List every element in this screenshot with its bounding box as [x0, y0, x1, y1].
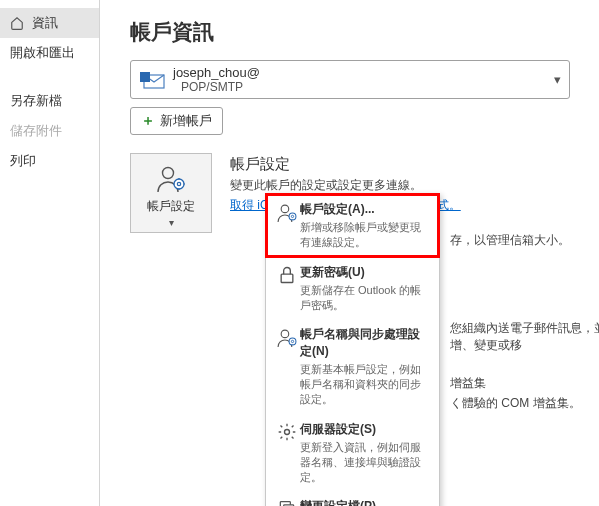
dropdown-desc: 更新儲存在 Outlook 的帳戶密碼。: [300, 283, 431, 313]
dropdown-item-account-settings[interactable]: 帳戶設定(A)... 新增或移除帳戶或變更現有連線設定。: [266, 194, 439, 257]
main-content: 帳戶資訊 joseph_chou@ POP/SMTP ▾ ＋ 新增帳戶 帳戶設定…: [100, 0, 599, 506]
svg-rect-1: [140, 72, 150, 82]
sidebar-item-save-as[interactable]: 另存新檔: [0, 86, 99, 116]
lock-icon: [274, 264, 300, 285]
svg-point-14: [289, 338, 296, 345]
sidebar-label: 資訊: [32, 14, 58, 32]
dropdown-title: 變更設定檔(P): [300, 498, 431, 506]
page-title: 帳戶資訊: [130, 18, 589, 46]
gear-icon: [274, 421, 300, 442]
bg-text-addins-desc: く體驗的 COM 增益集。: [450, 395, 581, 412]
svg-rect-12: [281, 274, 293, 282]
sidebar-item-open-export[interactable]: 開啟和匯出: [0, 38, 99, 68]
bg-text-rules: 您組織內送電子郵件訊息，並讓您在項目新增、變更或移: [450, 320, 599, 354]
dropdown-title: 伺服器設定(S): [300, 421, 431, 438]
mail-icon: [139, 68, 167, 92]
person-gear-icon: [274, 326, 300, 349]
settings-subtext: 變更此帳戶的設定或設定更多連線。: [230, 177, 589, 194]
bg-text-addins-title: 增益集: [450, 375, 486, 392]
dropdown-desc: 新增或移除帳戶或變更現有連線設定。: [300, 220, 431, 250]
account-settings-dropdown: 帳戶設定(A)... 新增或移除帳戶或變更現有連線設定。 更新密碼(U) 更新儲…: [265, 193, 440, 506]
sidebar: 資訊 開啟和匯出 另存新檔 儲存附件 列印: [0, 0, 100, 506]
bg-text-mailbox: 存，以管理信箱大小。: [450, 232, 570, 249]
sidebar-label: 開啟和匯出: [10, 44, 75, 62]
dropdown-desc: 更新登入資訊，例如伺服器名稱、連接埠與驗證設定。: [300, 440, 431, 485]
sidebar-label: 另存新檔: [10, 92, 62, 110]
sidebar-item-print[interactable]: 列印: [0, 146, 99, 176]
account-selector[interactable]: joseph_chou@ POP/SMTP ▾: [130, 60, 570, 99]
sidebar-label: 儲存附件: [10, 122, 62, 140]
dropdown-item-update-password[interactable]: 更新密碼(U) 更新儲存在 Outlook 的帳戶密碼。: [266, 257, 439, 320]
plus-icon: ＋: [141, 112, 155, 130]
dropdown-desc: 更新基本帳戶設定，例如帳戶名稱和資料夾的同步設定。: [300, 362, 431, 407]
dropdown-item-server-settings[interactable]: 伺服器設定(S) 更新登入資訊，例如伺服器名稱、連接埠與驗證設定。: [266, 414, 439, 492]
svg-point-16: [285, 429, 290, 434]
chevron-down-icon: ▾: [554, 72, 561, 87]
dropdown-title: 帳戶名稱與同步處理設定(N): [300, 326, 431, 360]
person-gear-icon: [274, 201, 300, 224]
dropdown-item-account-name-sync[interactable]: 帳戶名稱與同步處理設定(N) 更新基本帳戶設定，例如帳戶名稱和資料夾的同步設定。: [266, 319, 439, 414]
person-gear-icon: [155, 164, 187, 194]
add-account-button[interactable]: ＋ 新增帳戶: [130, 107, 223, 135]
settings-btn-label: 帳戶設定: [147, 198, 195, 215]
settings-heading: 帳戶設定: [230, 155, 589, 174]
home-icon: [10, 16, 26, 30]
dropdown-item-change-profile[interactable]: 變更設定檔(P) 重新啟動 Microsoft Outlook 然後選擇其他設定…: [266, 491, 439, 506]
svg-point-10: [289, 213, 296, 220]
dropdown-title: 帳戶設定(A)...: [300, 201, 431, 218]
account-protocol: POP/SMTP: [173, 80, 554, 94]
svg-point-13: [281, 330, 289, 338]
account-email: joseph_chou@: [173, 65, 554, 80]
sidebar-item-info[interactable]: 資訊: [0, 8, 99, 38]
sidebar-item-save-attachments: 儲存附件: [0, 116, 99, 146]
svg-point-3: [174, 179, 184, 189]
account-text: joseph_chou@ POP/SMTP: [173, 65, 554, 94]
add-account-label: 新增帳戶: [160, 112, 212, 130]
dropdown-title: 更新密碼(U): [300, 264, 431, 281]
sidebar-label: 列印: [10, 152, 36, 170]
account-settings-button[interactable]: 帳戶設定 ▾: [130, 153, 212, 233]
chevron-down-icon: ▾: [169, 217, 174, 228]
svg-point-9: [281, 205, 289, 213]
profile-swap-icon: [274, 498, 300, 506]
svg-point-2: [163, 168, 174, 179]
